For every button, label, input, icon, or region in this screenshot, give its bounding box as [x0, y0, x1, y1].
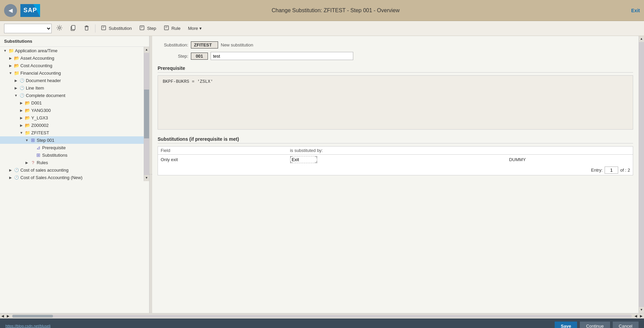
sidebar-scrollbar[interactable]: ▲ ▼: [144, 47, 149, 181]
col-field: Field: [158, 147, 287, 155]
substitution-value: ZFITEST: [191, 41, 218, 49]
chevron-down-icon: ▾: [199, 26, 202, 31]
tree-item-cost-sales-new[interactable]: ▶ 🕐 Cost of Sales Accounting (New): [0, 174, 144, 181]
folder-icon-z000002: 📂: [25, 122, 30, 128]
tree-item-complete-doc[interactable]: ▼ 🕐 Complete document: [0, 92, 144, 99]
step-icon: [139, 25, 145, 32]
h-scroll-right[interactable]: ▶: [5, 314, 11, 318]
toggle-step001[interactable]: ▼: [24, 138, 29, 142]
folder-icon-d001: 📂: [25, 100, 30, 105]
tree-item-app-area[interactable]: ▼ 📁 Application area/Time: [0, 47, 144, 54]
substitution-label: Substitution:: [158, 42, 188, 47]
tree-item-yang300[interactable]: ▶ 📂 YANG300: [0, 107, 144, 114]
toggle-app-area[interactable]: ▼: [3, 48, 7, 53]
toggle-zfitest[interactable]: ▼: [19, 130, 24, 135]
resize-divider[interactable]: ⋮: [149, 36, 152, 313]
tree-item-step001[interactable]: ▼ ⊞ Step 001: [0, 136, 144, 144]
exit-button[interactable]: Exit: [631, 8, 640, 13]
h-scroll-track[interactable]: [12, 315, 632, 317]
right-scrollbar[interactable]: ▲ ▼: [639, 36, 644, 313]
clock-icon-complete: 🕐: [19, 93, 25, 98]
label-z000002: Z000002: [31, 123, 49, 128]
sidebar-scroll[interactable]: ▼ 📁 Application area/Time ▶ 📂 Asset Acco…: [0, 47, 144, 181]
delete-button[interactable]: [81, 24, 92, 33]
right-scroll-down[interactable]: ▼: [639, 307, 644, 313]
entry-row: Entry: of : 2: [158, 165, 633, 175]
code-content: BKPF-BUKRS = 'ZSLX': [163, 79, 213, 84]
back-button[interactable]: ◀: [4, 4, 17, 17]
customize-button[interactable]: [54, 24, 65, 33]
save-button[interactable]: Save: [555, 322, 577, 328]
copy-icon: [70, 25, 76, 32]
toolbar: Substitution Step Rule More ▾: [0, 21, 644, 36]
label-asset-acct: Asset Accounting: [20, 56, 54, 61]
entry-input[interactable]: [605, 167, 618, 174]
tree-item-cost-acct[interactable]: ▶ 📂 Cost Accounting: [0, 62, 144, 69]
toggle-line-item[interactable]: ▶: [14, 85, 18, 90]
right-scroll-track[interactable]: [639, 42, 644, 307]
folder-icon-cost: 📂: [14, 63, 19, 68]
toggle-z000002[interactable]: ▶: [19, 123, 24, 128]
toggle-yang300[interactable]: ▶: [19, 108, 24, 113]
exit-input-container[interactable]: [290, 156, 317, 163]
tree-item-rules[interactable]: ▶ ? Rules: [0, 159, 144, 166]
rules-icon: ?: [30, 160, 36, 165]
toggle-subs: [30, 153, 35, 157]
svg-rect-3: [85, 27, 88, 30]
cancel-button[interactable]: Cancel: [613, 322, 639, 328]
h-scrollbar[interactable]: ◀ ▶ ◀ ▶: [0, 313, 644, 319]
exit-input[interactable]: [292, 157, 312, 162]
label-prerequisite: Prerequisite: [42, 145, 66, 150]
h-scroll-right3[interactable]: ▶: [639, 314, 644, 318]
toggle-doc-header[interactable]: ▶: [14, 78, 18, 83]
substitution-button[interactable]: Substitution: [98, 24, 135, 33]
substitution-table-container: Field is substituted by: Only exit: [158, 146, 633, 175]
step-description-input[interactable]: [211, 52, 353, 60]
rule-icon: [164, 25, 169, 32]
tree-item-z000002[interactable]: ▶ 📂 Z000002: [0, 121, 144, 129]
step-button[interactable]: Step: [137, 24, 159, 33]
scroll-thumb: [144, 90, 149, 138]
toggle-d001[interactable]: ▶: [19, 100, 24, 105]
tree-item-zfitest[interactable]: ▼ 📁 ZFITEST: [0, 129, 144, 136]
copy-button[interactable]: [67, 24, 79, 33]
prereq-icon: ⊿: [36, 145, 41, 150]
scroll-down-btn[interactable]: ▼: [144, 175, 149, 181]
toggle-asset-acct[interactable]: ▶: [8, 56, 13, 60]
label-yang300: YANG300: [31, 108, 51, 113]
toolbar-dropdown[interactable]: [4, 24, 52, 33]
toggle-cost-sales[interactable]: ▶: [8, 168, 13, 172]
toggle-fin-acct[interactable]: ▼: [8, 71, 13, 75]
scroll-track[interactable]: [144, 53, 149, 175]
tree-item-cost-sales[interactable]: ▶ 🕐 Cost of sales accounting: [0, 166, 144, 174]
toggle-rules[interactable]: ▶: [24, 160, 29, 165]
h-scroll-left[interactable]: ◀: [0, 314, 5, 318]
tree-item-substitutions[interactable]: ⊞ Substitutions: [0, 151, 144, 159]
tree-item-prerequisite[interactable]: ⊿ Prerequisite: [0, 144, 144, 151]
toggle-ylgx3[interactable]: ▶: [19, 115, 24, 120]
right-scroll-up[interactable]: ▲: [639, 36, 644, 42]
code-area[interactable]: BKPF-BUKRS = 'ZSLX': [158, 75, 633, 130]
tree-item-line-item[interactable]: ▶ 🕐 Line Item: [0, 84, 144, 92]
sidebar: Substitutions ▼ 📁 Application area/Time …: [0, 36, 149, 313]
tree-item-d001[interactable]: ▶ 📂 D001: [0, 99, 144, 107]
main-container: Substitutions ▼ 📁 Application area/Time …: [0, 36, 644, 313]
more-button[interactable]: More ▾: [185, 24, 204, 33]
h-scroll-right2[interactable]: ◀: [633, 314, 639, 318]
toggle-cost-acct[interactable]: ▶: [8, 63, 13, 68]
tree-item-fin-acct[interactable]: ▼ 📁 Financial Accounting: [0, 69, 144, 77]
scroll-up-btn[interactable]: ▲: [144, 47, 149, 53]
label-d001: D001: [31, 100, 42, 105]
tree-item-asset-acct[interactable]: ▶ 📂 Asset Accounting: [0, 54, 144, 62]
header: ◀ SAP Change Substitution: ZFITEST - Ste…: [0, 0, 644, 21]
tree-item-ylgx3[interactable]: ▶ 📂 Y_LGX3: [0, 114, 144, 121]
h-scroll-thumb: [12, 315, 53, 317]
label-doc-header: Document header: [26, 78, 61, 83]
toggle-cost-sales-new[interactable]: ▶: [8, 175, 13, 180]
rule-button[interactable]: Rule: [161, 24, 183, 33]
bottom-link[interactable]: https://blog.csdn.net/bluseli: [5, 324, 51, 328]
toggle-complete-doc[interactable]: ▼: [14, 93, 18, 98]
tree-item-doc-header[interactable]: ▶ 🕐 Document header: [0, 77, 144, 84]
corner-tr: [315, 156, 317, 158]
continue-button[interactable]: Continue: [580, 322, 610, 328]
